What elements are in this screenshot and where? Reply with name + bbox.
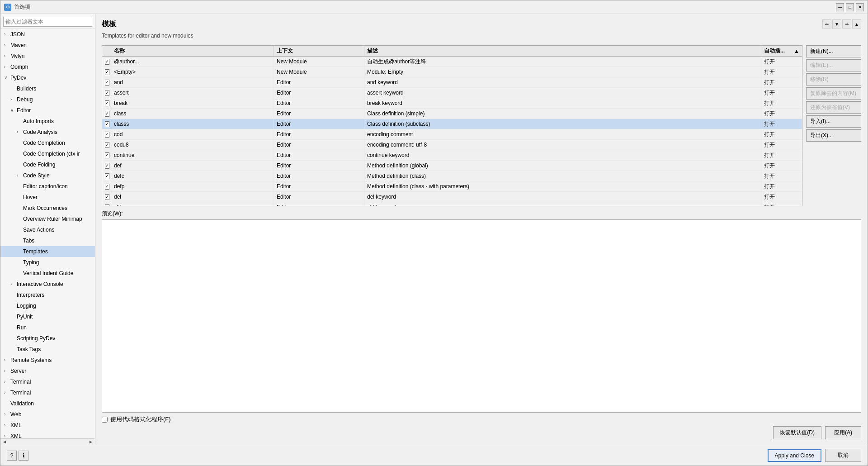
row-context: Editor	[274, 129, 364, 139]
restore-default-value-button[interactable]: 还原为获省值(V)	[806, 101, 861, 114]
row-checkbox[interactable]: ✓	[105, 142, 109, 148]
minimize-button[interactable]: —	[836, 3, 844, 11]
sidebar-item-maven[interactable]: ›Maven	[0, 40, 95, 51]
row-checkbox[interactable]: ✓	[105, 204, 109, 206]
table-row[interactable]: ✓ <Empty> New Module Module: Empty 打开	[102, 67, 802, 77]
row-description: continue keyword	[364, 150, 761, 160]
sidebar-item-editor-caption[interactable]: Editor caption/icon	[0, 181, 95, 192]
sidebar-item-mark-occurrences[interactable]: Mark Occurrences	[0, 203, 95, 214]
help-icon[interactable]: ?	[7, 451, 17, 461]
apply-button[interactable]: 应用(A)	[825, 426, 861, 439]
left-scrollbar[interactable]: ◄ ►	[0, 438, 95, 445]
close-button[interactable]: ✕	[856, 3, 864, 11]
row-checkbox[interactable]: ✓	[105, 132, 109, 138]
sidebar-item-pydev[interactable]: ∨PyDev	[0, 72, 95, 83]
sidebar-item-task-tags[interactable]: Task Tags	[0, 344, 95, 355]
nav-up-button[interactable]: ▲	[852, 19, 861, 29]
table-row[interactable]: ✓ defp Editor Method definition (class -…	[102, 181, 802, 192]
sidebar-item-templates[interactable]: Templates	[0, 246, 95, 257]
table-row[interactable]: ✓ del Editor del keyword 打开	[102, 192, 802, 202]
nav-back-button[interactable]: ⇐	[822, 19, 831, 29]
row-checkbox[interactable]: ✓	[105, 100, 109, 106]
table-row[interactable]: ✓ @author... New Module 自动生成@author等注释 打…	[102, 57, 802, 67]
sidebar-item-interactive-console[interactable]: ›Interactive Console	[0, 279, 95, 290]
restore-removed-button[interactable]: 复原除去的内容(M)	[806, 87, 861, 100]
sidebar-item-run[interactable]: Run	[0, 322, 95, 333]
sidebar-item-web[interactable]: ›Web	[0, 409, 95, 420]
import-button[interactable]: 导入(I)...	[806, 115, 861, 128]
table-row[interactable]: ✓ break Editor break keyword 打开	[102, 98, 802, 109]
maximize-button[interactable]: □	[846, 3, 854, 11]
info-icon[interactable]: ℹ	[19, 451, 28, 461]
sidebar-item-vertical-indent[interactable]: Vertical Indent Guide	[0, 268, 95, 279]
sidebar-item-oomph[interactable]: ›Oomph	[0, 62, 95, 72]
sidebar-item-debug[interactable]: ›Debug	[0, 94, 95, 105]
row-checkbox[interactable]: ✓	[105, 59, 109, 65]
formatter-checkbox[interactable]	[102, 417, 108, 423]
row-checkbox[interactable]: ✓	[105, 184, 109, 190]
sidebar-item-builders[interactable]: Builders	[0, 83, 95, 94]
titlebar-controls: — □ ✕	[836, 3, 864, 11]
sidebar-item-typing[interactable]: Typing	[0, 257, 95, 268]
row-checkbox[interactable]: ✓	[105, 163, 109, 169]
table-row[interactable]: ✓ defc Editor Method definition (class) …	[102, 171, 802, 181]
edit-button[interactable]: 编辑(E)...	[806, 59, 861, 71]
nav-down-button[interactable]: ▼	[832, 19, 841, 29]
row-checkbox[interactable]: ✓	[105, 69, 109, 75]
sidebar-item-save-actions[interactable]: Save Actions	[0, 224, 95, 235]
remove-button[interactable]: 移除(R)	[806, 73, 861, 86]
row-checkbox[interactable]: ✓	[105, 194, 109, 200]
row-checkbox[interactable]: ✓	[105, 121, 109, 127]
table-row[interactable]: ✓ classs Editor Class definition (subcla…	[102, 119, 802, 129]
sidebar-item-interpreters[interactable]: Interpreters	[0, 290, 95, 300]
sidebar-item-logging[interactable]: Logging	[0, 300, 95, 311]
scroll-right-icon[interactable]: ►	[89, 439, 93, 444]
new-button[interactable]: 新建(N)...	[806, 45, 861, 57]
sidebar-item-hover[interactable]: Hover	[0, 192, 95, 203]
restore-apply-row: 恢复默认值(D) 应用(A)	[102, 426, 861, 439]
restore-defaults-button[interactable]: 恢复默认值(D)	[773, 426, 821, 439]
nav-forward-button[interactable]: ⇒	[842, 19, 851, 29]
table-row[interactable]: ✓ continue Editor continue keyword 打开	[102, 150, 802, 161]
right-panel: 模板 Templates for editor and new modules …	[95, 14, 868, 445]
row-checkbox[interactable]: ✓	[105, 152, 109, 158]
filter-input[interactable]	[3, 17, 92, 27]
table-row[interactable]: ✓ cod Editor encoding comment 打开	[102, 129, 802, 140]
sidebar-item-server[interactable]: ›Server	[0, 366, 95, 376]
sidebar-item-overview-ruler[interactable]: Overview Ruler Minimap	[0, 214, 95, 224]
sidebar-item-scripting-pydev[interactable]: Scripting PyDev	[0, 333, 95, 344]
sidebar-item-pyunit[interactable]: PyUnit	[0, 311, 95, 322]
sidebar-item-code-completion[interactable]: Code Completion	[0, 138, 95, 148]
sidebar-item-code-analysis[interactable]: ›Code Analysis	[0, 127, 95, 138]
sidebar-item-xml[interactable]: ›XML	[0, 431, 95, 438]
export-button[interactable]: 导出(X)...	[806, 129, 861, 142]
apply-close-button[interactable]: Apply and Close	[768, 449, 821, 462]
sidebar-item-terminal[interactable]: ›Terminal	[0, 387, 95, 398]
sidebar-item-code-folding[interactable]: Code Folding	[0, 159, 95, 170]
table-row[interactable]: ✓ class Editor Class definition (simple)…	[102, 109, 802, 119]
table-row[interactable]: ✓ def Editor Method definition (global) …	[102, 161, 802, 171]
table-row[interactable]: ✓ elif Editor elif keyword 打开	[102, 202, 802, 206]
table-row[interactable]: ✓ assert Editor assert keyword 打开	[102, 88, 802, 98]
scroll-left-icon[interactable]: ◄	[2, 439, 7, 444]
sidebar-item-validation[interactable]: Validation	[0, 398, 95, 409]
sidebar-item-json[interactable]: ›JSON	[0, 29, 95, 40]
row-auto: 打开	[761, 171, 802, 181]
sidebar-item-tabs[interactable]: Tabs	[0, 235, 95, 246]
formatter-row: 使用代码格式化程序(F)	[102, 415, 861, 423]
row-checkbox[interactable]: ✓	[105, 111, 109, 117]
sidebar-item-team[interactable]: ›Terminal	[0, 376, 95, 387]
cancel-button[interactable]: 取消	[825, 449, 861, 462]
sidebar-item-web-services[interactable]: ›XML	[0, 420, 95, 431]
sidebar-item-editor[interactable]: ∨Editor	[0, 105, 95, 116]
sidebar-item-remote-systems[interactable]: ›Remote Systems	[0, 355, 95, 366]
row-checkbox[interactable]: ✓	[105, 90, 109, 96]
table-row[interactable]: ✓ and Editor and keyword 打开	[102, 77, 802, 88]
sidebar-item-mylyn[interactable]: ›Mylyn	[0, 51, 95, 62]
row-checkbox[interactable]: ✓	[105, 80, 109, 86]
sidebar-item-code-completion-ctx[interactable]: Code Completion (ctx ir	[0, 148, 95, 159]
sidebar-item-auto-imports[interactable]: Auto Imports	[0, 116, 95, 127]
row-checkbox[interactable]: ✓	[105, 173, 109, 179]
sidebar-item-code-style[interactable]: ›Code Style	[0, 170, 95, 181]
table-row[interactable]: ✓ codu8 Editor encoding comment: utf-8 打…	[102, 140, 802, 150]
